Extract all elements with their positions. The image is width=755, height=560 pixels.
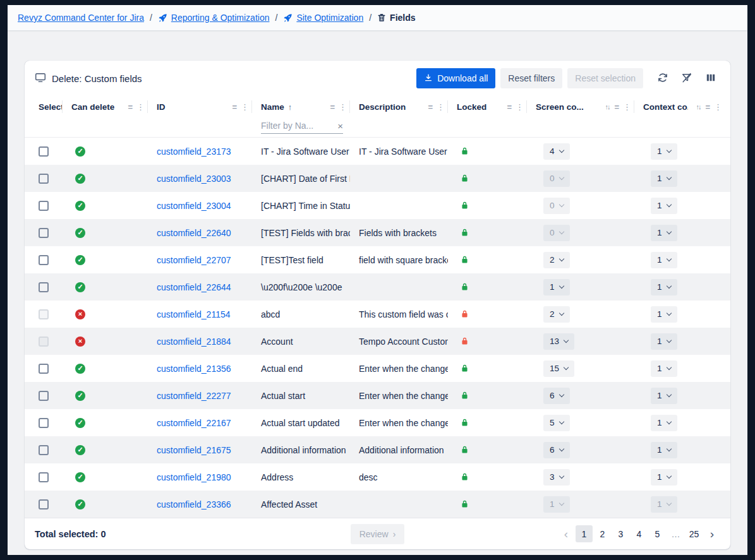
- download-all-button[interactable]: Download all: [416, 68, 495, 88]
- screen-count-select[interactable]: 4: [543, 143, 570, 160]
- column-menu-icon[interactable]: ⋮: [136, 102, 145, 112]
- screen-count-select[interactable]: 5: [543, 415, 570, 431]
- filter-lines-icon[interactable]: =: [232, 102, 237, 112]
- column-header-description[interactable]: Description = ⋮: [350, 96, 448, 117]
- filter-lines-icon[interactable]: =: [705, 102, 710, 112]
- customfield-id-link[interactable]: customfield_23003: [157, 174, 231, 184]
- context-count-select[interactable]: 1: [651, 442, 677, 458]
- context-count-select[interactable]: 1: [651, 360, 677, 377]
- screen-count-select[interactable]: 2: [543, 252, 570, 268]
- row-checkbox[interactable]: [39, 418, 49, 428]
- context-count-select[interactable]: 1: [651, 415, 677, 431]
- row-checkbox[interactable]: [39, 364, 49, 374]
- breadcrumb-link-site-optimization[interactable]: Site Optimization: [296, 13, 363, 23]
- filter-lines-icon[interactable]: =: [428, 102, 433, 112]
- column-menu-icon[interactable]: ⋮: [516, 102, 524, 112]
- column-header-id[interactable]: ID = ⋮: [148, 96, 252, 117]
- customfield-id-link[interactable]: customfield_21980: [157, 472, 231, 482]
- clear-filter-icon[interactable]: ×: [337, 121, 343, 131]
- column-header-context-count[interactable]: Context co... ↑↓ = ⋮: [634, 96, 725, 117]
- breadcrumb-link-home[interactable]: Revyz Command Center for Jira: [18, 13, 144, 23]
- context-count-select[interactable]: 1: [651, 496, 677, 513]
- filter-lines-icon[interactable]: =: [128, 102, 133, 112]
- row-checkbox[interactable]: [39, 472, 49, 482]
- name-filter-input[interactable]: [261, 121, 334, 131]
- table-row: ✓ customfield_21356 Actual end Enter whe…: [25, 355, 730, 382]
- pagination-page-5[interactable]: 5: [649, 525, 666, 542]
- filter-lines-icon[interactable]: =: [507, 102, 512, 112]
- breadcrumb: Revyz Command Center for Jira / Reportin…: [18, 13, 416, 23]
- customfield-id-link[interactable]: customfield_21884: [157, 337, 231, 347]
- context-count-select[interactable]: 1: [651, 333, 677, 350]
- breadcrumb-link-reporting[interactable]: Reporting & Optimization: [171, 13, 270, 23]
- screen-count-select[interactable]: 1: [543, 279, 570, 295]
- column-menu-icon[interactable]: ⋮: [437, 102, 445, 112]
- columns-button[interactable]: [701, 69, 720, 88]
- pagination-next-button[interactable]: ›: [704, 526, 720, 542]
- context-count-select[interactable]: 1: [651, 279, 677, 295]
- screen-count-select[interactable]: 13: [543, 333, 574, 350]
- customfield-id-link[interactable]: customfield_21154: [157, 309, 230, 319]
- context-count-select[interactable]: 1: [651, 198, 677, 214]
- field-name: Address: [252, 463, 350, 491]
- screen-count-select[interactable]: 15: [543, 360, 574, 377]
- chevron-down-icon: [666, 446, 671, 451]
- column-header-locked[interactable]: Locked = ⋮: [448, 96, 527, 117]
- row-checkbox[interactable]: [39, 255, 49, 265]
- clear-filters-button[interactable]: [677, 69, 696, 88]
- refresh-button[interactable]: [653, 69, 672, 88]
- screen-count-select[interactable]: 6: [543, 442, 570, 458]
- context-count-select[interactable]: 1: [651, 388, 677, 404]
- filter-lines-icon[interactable]: =: [330, 102, 335, 112]
- breadcrumb-current-label: Fields: [390, 13, 415, 23]
- column-menu-icon[interactable]: ⋮: [241, 102, 249, 112]
- column-menu-icon[interactable]: ⋮: [623, 102, 631, 112]
- screen-count-select[interactable]: 0: [543, 170, 570, 187]
- customfield-id-link[interactable]: customfield_22167: [157, 418, 231, 428]
- screen-count-select[interactable]: 6: [543, 388, 570, 404]
- row-checkbox[interactable]: [39, 201, 49, 211]
- customfield-id-link[interactable]: customfield_22277: [157, 391, 231, 401]
- chevron-down-icon: [666, 256, 671, 261]
- context-count-select[interactable]: 1: [651, 225, 677, 241]
- row-checkbox[interactable]: [39, 174, 49, 184]
- row-checkbox[interactable]: [39, 445, 49, 455]
- reset-filters-button[interactable]: Reset filters: [500, 68, 562, 88]
- screen-count-select[interactable]: 0: [543, 225, 570, 241]
- row-checkbox[interactable]: [39, 146, 49, 157]
- pagination-page-2[interactable]: 2: [594, 525, 611, 542]
- context-count-select[interactable]: 1: [651, 252, 677, 268]
- row-checkbox[interactable]: [39, 228, 49, 238]
- customfield-id-link[interactable]: customfield_22640: [157, 228, 231, 238]
- customfield-id-link[interactable]: customfield_22707: [157, 255, 231, 265]
- context-count-select[interactable]: 1: [651, 143, 677, 160]
- pagination-page-3[interactable]: 3: [612, 525, 629, 542]
- screen-count-value: 2: [550, 255, 555, 265]
- customfield-id-link[interactable]: customfield_23173: [157, 146, 231, 157]
- customfield-id-link[interactable]: customfield_21356: [157, 364, 231, 374]
- column-header-can-delete[interactable]: Can delete = ⋮: [63, 96, 148, 117]
- column-menu-icon[interactable]: ⋮: [714, 102, 722, 112]
- row-checkbox[interactable]: [39, 391, 49, 401]
- customfield-id-link[interactable]: customfield_21675: [157, 445, 231, 455]
- screen-count-select[interactable]: 2: [543, 306, 570, 323]
- row-checkbox[interactable]: [39, 499, 49, 509]
- context-count-select[interactable]: 1: [651, 306, 677, 323]
- chevron-down-icon: [559, 474, 564, 479]
- customfield-id-link[interactable]: customfield_22644: [157, 282, 231, 292]
- column-header-screen-count[interactable]: Screen co... ↑↓ = ⋮: [527, 96, 634, 117]
- row-checkbox[interactable]: [39, 282, 49, 292]
- customfield-id-link[interactable]: customfield_23366: [157, 499, 231, 509]
- screen-count-select[interactable]: 0: [543, 198, 570, 214]
- pagination-page-1[interactable]: 1: [576, 525, 593, 542]
- pagination-page-25[interactable]: 25: [686, 525, 703, 542]
- pagination-page-4[interactable]: 4: [631, 525, 648, 542]
- context-count-select[interactable]: 1: [651, 170, 677, 187]
- filter-lines-icon[interactable]: =: [614, 102, 619, 112]
- customfield-id-link[interactable]: customfield_23004: [157, 201, 231, 211]
- column-menu-icon[interactable]: ⋮: [339, 102, 347, 112]
- screen-count-select[interactable]: 1: [543, 496, 570, 513]
- screen-count-select[interactable]: 3: [543, 469, 570, 486]
- context-count-select[interactable]: 1: [651, 469, 677, 486]
- column-header-name[interactable]: Name ↑ = ⋮: [252, 96, 350, 117]
